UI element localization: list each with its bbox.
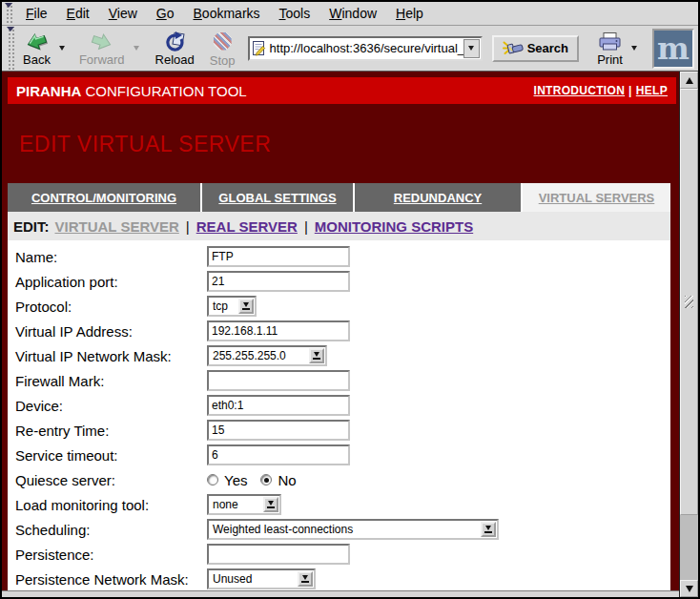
navigation-toolbar: Back Forward Reload Stop xyxy=(2,26,698,72)
dropdown-arrow-icon[interactable] xyxy=(263,497,278,512)
persistence-input[interactable] xyxy=(207,544,350,565)
persistence-netmask-select[interactable]: Unused xyxy=(207,568,316,589)
throbber-mozilla-logo[interactable]: m xyxy=(652,29,694,69)
scroll-down-button[interactable] xyxy=(680,580,698,597)
field-label: Virtual IP Network Mask: xyxy=(15,348,207,364)
protocol-select[interactable]: tcp xyxy=(207,296,257,317)
service-timeout-input[interactable] xyxy=(207,444,350,465)
up-arrow-icon xyxy=(686,77,693,84)
stop-button[interactable]: Stop xyxy=(205,29,240,69)
scrollbar-track[interactable] xyxy=(680,515,698,580)
subnav-bar: EDIT: VIRTUAL SERVER | REAL SERVER | MON… xyxy=(8,212,670,240)
help-link[interactable]: HELP xyxy=(636,84,668,97)
subnav-prefix: EDIT: xyxy=(13,218,50,235)
url-dropdown-button[interactable] xyxy=(463,39,480,58)
form-row-reentry-time: Re-entry Time: xyxy=(15,418,670,443)
menu-item-tools[interactable]: Tools xyxy=(270,3,320,24)
menu-item-view[interactable]: View xyxy=(99,3,147,24)
tab-virtual-servers[interactable]: VIRTUAL SERVERS xyxy=(523,183,670,212)
back-icon xyxy=(24,31,49,52)
scheduling-select[interactable]: Weighted least-connections xyxy=(207,519,499,540)
field-label: Load monitoring tool: xyxy=(15,497,207,513)
quiesce-yes-label: Yes xyxy=(224,472,247,488)
menu-item-go[interactable]: Go xyxy=(147,3,184,24)
field-label: Service timeout: xyxy=(15,447,207,464)
down-arrow-icon xyxy=(686,586,693,592)
url-text[interactable]: http://localhost:3636/secure/virtual_edi… xyxy=(267,41,463,55)
virtual-ip-netmask-select[interactable]: 255.255.255.0 xyxy=(207,345,327,366)
firewall-mark-input[interactable] xyxy=(207,370,350,391)
header-links: INTRODUCTION|HELP xyxy=(534,84,668,97)
field-label: Virtual IP Address: xyxy=(15,323,207,340)
field-label: Name: xyxy=(15,249,207,265)
device-input[interactable] xyxy=(207,395,350,416)
scrollbar-thumb[interactable] xyxy=(680,89,698,515)
stop-icon xyxy=(214,32,232,51)
vertical-scrollbar[interactable] xyxy=(679,72,698,597)
url-bar[interactable]: http://localhost:3636/secure/virtual_edi… xyxy=(248,36,483,61)
tab-redundancy[interactable]: REDUNDANCY xyxy=(355,183,521,212)
field-label: Device: xyxy=(15,398,207,414)
select-value: tcp xyxy=(213,300,228,313)
form-row-persistence: Persistence: xyxy=(15,542,670,567)
tab-bar: CONTROL/MONITORING GLOBAL SETTINGS REDUN… xyxy=(8,183,670,212)
back-history-dropdown[interactable] xyxy=(55,44,69,52)
field-label: Scheduling: xyxy=(15,522,207,538)
reentry-time-input[interactable] xyxy=(207,420,350,441)
quiesce-yes-radio[interactable] xyxy=(207,474,218,485)
virtual-server-form: Name: Application port: Protocol: tcp xyxy=(8,240,670,590)
form-row-load-monitoring: Load monitoring tool: none xyxy=(15,492,670,517)
bookmark-page-icon xyxy=(251,40,267,57)
field-label: Re-entry Time: xyxy=(15,423,207,439)
quiesce-no-label: No xyxy=(278,472,296,488)
virtual-ip-input[interactable] xyxy=(207,320,350,341)
field-label: Quiesce server: xyxy=(15,472,207,488)
field-label: Protocol: xyxy=(15,299,207,315)
subnav-link-monitoring-scripts[interactable]: MONITORING SCRIPTS xyxy=(315,218,473,235)
select-value: Weighted least-connections xyxy=(213,523,353,536)
brand-title: PIRANHA CONFIGURATION TOOL xyxy=(16,83,247,99)
forward-history-dropdown[interactable] xyxy=(130,44,143,52)
print-button[interactable]: Print xyxy=(592,30,628,68)
back-button[interactable]: Back xyxy=(18,29,55,68)
form-row-scheduling: Scheduling: Weighted least-connections xyxy=(15,517,670,542)
toolbar-grippy[interactable] xyxy=(5,3,13,24)
menu-item-file[interactable]: File xyxy=(16,3,57,24)
print-icon xyxy=(597,31,623,52)
search-button[interactable]: Search xyxy=(492,35,579,62)
introduction-link[interactable]: INTRODUCTION xyxy=(534,84,626,97)
form-row-service-timeout: Service timeout: xyxy=(15,443,670,467)
forward-icon xyxy=(90,31,114,52)
tab-global-settings[interactable]: GLOBAL SETTINGS xyxy=(202,183,353,212)
reload-button[interactable]: Reload xyxy=(151,29,199,68)
form-row-virtual-ip: Virtual IP Address: xyxy=(15,319,670,343)
menu-item-help[interactable]: Help xyxy=(386,3,433,24)
name-input[interactable] xyxy=(207,246,350,267)
field-label: Persistence Network Mask: xyxy=(15,571,207,588)
select-value: 255.255.255.0 xyxy=(213,349,286,362)
dropdown-arrow-icon[interactable] xyxy=(481,522,496,537)
menu-item-bookmarks[interactable]: Bookmarks xyxy=(184,3,270,24)
form-row-persistence-netmask: Persistence Network Mask: Unused xyxy=(15,567,670,590)
dropdown-arrow-icon[interactable] xyxy=(309,348,324,363)
dropdown-arrow-icon[interactable] xyxy=(238,299,254,314)
tab-control-monitoring[interactable]: CONTROL/MONITORING xyxy=(8,183,200,212)
forward-button[interactable]: Forward xyxy=(74,29,130,68)
form-row-application-port: Application port: xyxy=(15,269,670,294)
form-row-virtual-ip-netmask: Virtual IP Network Mask: 255.255.255.0 xyxy=(15,343,670,368)
toolbar-grippy[interactable] xyxy=(7,27,15,70)
browser-window: File Edit View Go Bookmarks Tools Window… xyxy=(0,0,700,599)
print-dropdown[interactable] xyxy=(628,44,641,52)
menu-item-window[interactable]: Window xyxy=(319,3,386,24)
subnav-link-real-server[interactable]: REAL SERVER xyxy=(196,218,298,235)
reload-icon xyxy=(163,31,186,52)
piranha-title-bar: PIRANHA CONFIGURATION TOOL INTRODUCTION|… xyxy=(8,77,676,104)
quiesce-no-radio[interactable] xyxy=(260,474,272,485)
scroll-up-button[interactable] xyxy=(680,72,698,89)
menu-item-edit[interactable]: Edit xyxy=(57,3,99,24)
application-port-input[interactable] xyxy=(207,271,350,292)
window-bottom-strip xyxy=(2,590,679,597)
form-row-firewall-mark: Firewall Mark: xyxy=(15,368,670,393)
load-monitoring-select[interactable]: none xyxy=(207,494,281,515)
dropdown-arrow-icon[interactable] xyxy=(298,571,313,587)
